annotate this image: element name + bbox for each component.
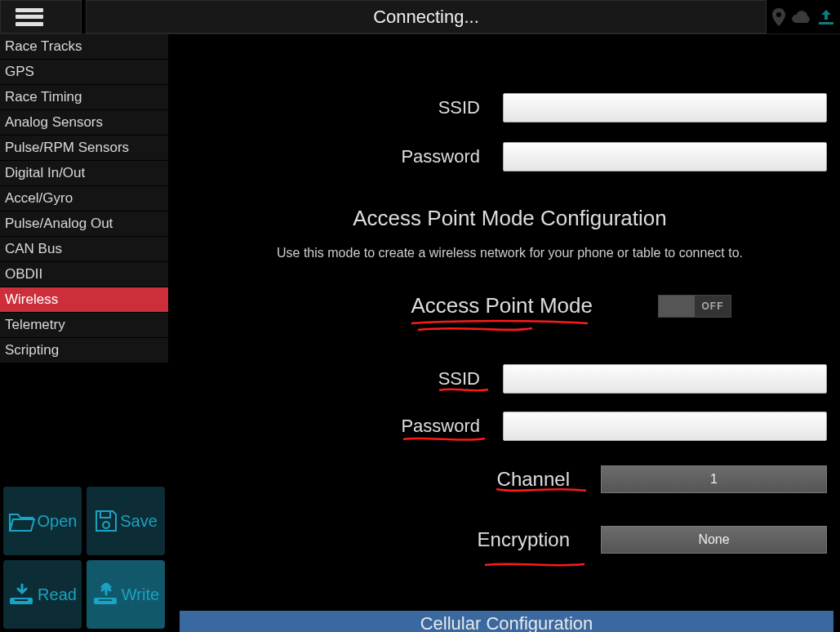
annotation-ap-mode	[410, 318, 598, 338]
upload-icon[interactable]	[817, 8, 835, 26]
menu-button[interactable]	[0, 0, 82, 33]
write-button[interactable]: Write	[87, 560, 165, 629]
sidebar-item-can-bus[interactable]: CAN Bus	[0, 237, 168, 262]
sidebar: Race TracksGPSRace TimingAnalog SensorsP…	[0, 34, 168, 632]
read-icon	[8, 583, 36, 606]
svg-rect-0	[819, 22, 833, 24]
sidebar-item-pulse-rpm-sensors[interactable]: Pulse/RPM Sensors	[0, 136, 168, 161]
location-icon	[771, 8, 786, 26]
svg-rect-6	[99, 599, 112, 601]
open-label: Open	[38, 512, 78, 530]
hamburger-icon	[16, 8, 43, 26]
ap-section-desc: Use this mode to create a wireless netwo…	[193, 246, 827, 260]
annotation-encryption	[483, 560, 589, 572]
top-bar: Connecting...	[0, 0, 840, 34]
ap-password-label: Password	[193, 416, 503, 437]
top-icon-tray	[767, 0, 840, 33]
svg-point-2	[103, 522, 109, 528]
sidebar-item-wireless[interactable]: Wireless	[0, 287, 168, 313]
sidebar-item-race-tracks[interactable]: Race Tracks	[0, 34, 168, 60]
save-label: Save	[120, 512, 158, 530]
open-button[interactable]: Open	[3, 487, 82, 555]
write-icon	[92, 583, 120, 606]
ap-channel-select[interactable]: 1	[601, 465, 827, 493]
sidebar-item-obdii[interactable]: OBDII	[0, 262, 168, 287]
status-label: Connecting...	[86, 0, 767, 33]
sidebar-item-digital-in-out[interactable]: Digital In/Out	[0, 161, 168, 186]
ap-channel-label: Channel	[193, 468, 593, 491]
floppy-disk-icon	[94, 509, 118, 533]
read-label: Read	[38, 585, 77, 603]
client-ssid-input[interactable]	[503, 93, 827, 122]
ap-ssid-input[interactable]	[503, 364, 827, 394]
cellular-section-header[interactable]: Cellular Configuration	[180, 611, 833, 632]
sidebar-item-gps[interactable]: GPS	[0, 60, 168, 85]
svg-rect-4	[15, 599, 28, 601]
sidebar-item-telemetry[interactable]: Telemetry	[0, 313, 168, 338]
ap-password-input[interactable]	[503, 412, 827, 441]
client-ssid-label: SSID	[193, 97, 503, 118]
sidebar-item-scripting[interactable]: Scripting	[0, 338, 168, 363]
folder-open-icon	[8, 510, 36, 532]
svg-rect-1	[100, 511, 110, 518]
toggle-off-text: OFF	[695, 296, 731, 317]
ap-mode-label: Access Point Mode	[411, 293, 593, 318]
client-password-label: Password	[193, 146, 503, 167]
ap-encryption-label: Encryption	[193, 528, 593, 551]
read-button[interactable]: Read	[3, 560, 82, 629]
save-button[interactable]: Save	[87, 487, 165, 555]
ap-section-title: Access Point Mode Configuration	[193, 206, 827, 231]
cloud-icon	[791, 9, 812, 25]
sidebar-item-race-timing[interactable]: Race Timing	[0, 85, 168, 110]
ap-mode-toggle[interactable]: OFF	[658, 295, 731, 318]
ap-ssid-label: SSID	[193, 368, 503, 389]
sidebar-item-analog-sensors[interactable]: Analog Sensors	[0, 110, 168, 136]
client-password-input[interactable]	[503, 142, 827, 171]
sidebar-item-pulse-analog-out[interactable]: Pulse/Analog Out	[0, 211, 168, 237]
write-label: Write	[122, 585, 159, 603]
action-button-grid: Open Save Read	[0, 483, 168, 632]
sidebar-item-accel-gyro[interactable]: Accel/Gyro	[0, 186, 168, 211]
main-panel: SSID Password Access Point Mode Configur…	[168, 34, 840, 632]
ap-encryption-select[interactable]: None	[601, 526, 827, 554]
